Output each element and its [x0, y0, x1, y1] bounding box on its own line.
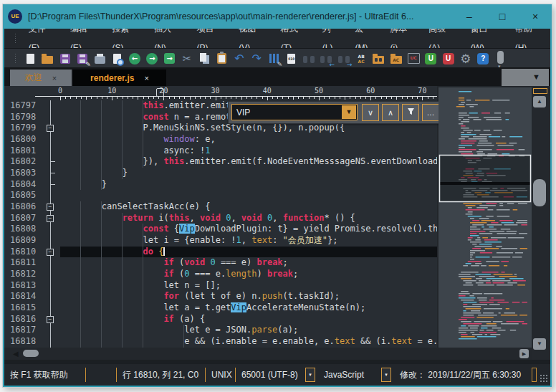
forward-icon[interactable]: →	[145, 51, 159, 67]
indent-guides	[60, 336, 184, 348]
goto-icon[interactable]: →	[163, 51, 176, 67]
fold-gutter	[44, 257, 60, 269]
code-line[interactable]: 16805	[4, 190, 437, 201]
fold-marker[interactable]: −	[47, 316, 54, 323]
code-line[interactable]: 16808const {VipDownloadPlugin: t} = yiel…	[4, 224, 437, 235]
text-caret	[163, 247, 165, 256]
paste-icon[interactable]	[215, 51, 229, 67]
vertical-scrollbar[interactable]: ▲ ▼	[532, 86, 550, 360]
line-number: 16805	[4, 190, 44, 201]
toolbar-grip[interactable]	[14, 53, 17, 64]
scrollbar-top-marker[interactable]	[533, 88, 547, 94]
find-prev-icon[interactable]: ←	[320, 51, 333, 67]
fold-marker[interactable]: −	[47, 125, 54, 132]
resize-grip[interactable]	[540, 374, 548, 383]
syntax-dropdown-button[interactable]: ▾	[381, 368, 391, 382]
maximize-button[interactable]: □	[486, 4, 519, 29]
minimize-button[interactable]: –	[453, 4, 486, 29]
help-icon[interactable]: ?	[476, 51, 490, 67]
code-line[interactable]: 16813let n = [];	[4, 280, 437, 292]
code-line[interactable]: 16803}	[4, 168, 437, 179]
code-line[interactable]: 16800window: e,	[4, 134, 437, 145]
code-line[interactable]: 16810−do {	[4, 247, 437, 258]
code-line[interactable]: 16809let i = {enable: !1, text: "会员加速"};	[4, 235, 437, 247]
open-file-icon[interactable]	[41, 51, 54, 67]
tab-close-icon[interactable]: ×	[144, 74, 148, 82]
line-number: 16812	[4, 269, 44, 280]
scroll-left-icon[interactable]: ◀	[13, 350, 19, 358]
code-line[interactable]: 16807−return i(this, void 0, void 0, fun…	[4, 213, 437, 224]
search-input[interactable]	[235, 105, 338, 120]
save-icon[interactable]	[58, 51, 72, 67]
scroll-right-button[interactable]: ▶	[519, 349, 529, 358]
line-number: 16815	[4, 302, 44, 314]
tab-renderer-js[interactable]: renderer.js ×	[73, 70, 166, 86]
ultracompare-icon[interactable]: U	[424, 51, 438, 67]
undo-icon[interactable]: ↶	[232, 51, 246, 67]
encoding-dropdown-button[interactable]: ▾	[305, 368, 315, 382]
print-preview-icon[interactable]	[110, 51, 124, 67]
scroll-down-button[interactable]: ▼	[533, 338, 546, 350]
fold-marker[interactable]: −	[47, 249, 54, 256]
tab-overflow-panel[interactable]: ▼	[502, 69, 549, 86]
ruler-label: 40	[263, 87, 272, 95]
code-line[interactable]: 16802}), this.emitter.emit(f.NodeEventMe…	[4, 156, 437, 168]
fold-marker[interactable]: −	[47, 204, 54, 211]
search-next-button[interactable]: ∨	[362, 104, 379, 121]
scroll-up-button[interactable]: ▲	[533, 96, 546, 107]
save-as-icon[interactable]: ✎	[75, 51, 89, 67]
code-line[interactable]: 16817let e = JSON.parse(a);	[4, 325, 437, 336]
search-dropdown-button[interactable]: ▼	[342, 105, 356, 119]
code-line[interactable]: 16814for (let t of e) n.push(t.taskId);	[4, 291, 437, 302]
code-line[interactable]: 16799−P.MenuSkinNS.setStyle(n, {}), n.po…	[4, 123, 437, 134]
close-button[interactable]: ×	[519, 4, 552, 29]
search-prev-button[interactable]: ∧	[382, 104, 399, 121]
compare-window-icon[interactable]: UC	[406, 51, 420, 67]
indent-guides	[60, 247, 143, 258]
find-icon[interactable]	[302, 51, 316, 67]
code-line[interactable]: 16811if (void 0 === e) break;	[4, 257, 437, 269]
code-line[interactable]: 16818e && (i.enable = e.enable, e.text &…	[4, 336, 437, 348]
code-line[interactable]: 16815let a = t.getVipAccelerateMenuState…	[4, 302, 437, 314]
status-sliver	[532, 368, 537, 382]
line-number: 16802	[4, 156, 44, 168]
tab-welcome[interactable]: 欢迎 ×	[10, 70, 72, 86]
print-icon[interactable]	[93, 51, 107, 67]
replace-icon[interactable]: ABAC	[354, 51, 368, 67]
settings-gear-icon[interactable]: ⚙	[459, 51, 472, 67]
ruler-label: 50	[315, 87, 323, 95]
copy-icon[interactable]	[198, 51, 211, 67]
new-file-icon[interactable]	[24, 51, 37, 67]
code-line[interactable]: 16806−canSelectTaskAcc(e) {	[4, 201, 437, 213]
fold-gutter	[44, 112, 60, 123]
toolbar-overflow-scrollbar[interactable]	[497, 51, 504, 64]
menubar-grip[interactable]	[14, 33, 17, 44]
find-in-files-icon[interactable]	[372, 51, 385, 67]
status-syntax: JavaScript	[318, 368, 381, 382]
fold-marker[interactable]: −	[47, 215, 54, 222]
code-line[interactable]: 16804}	[4, 179, 437, 191]
search-more-button[interactable]: …	[422, 104, 439, 121]
code-line[interactable]: 16801async: !1	[4, 145, 437, 157]
column-mode-icon[interactable]: ✎	[267, 51, 281, 67]
vertical-scroll-thumb[interactable]	[533, 179, 546, 206]
code-line[interactable]: 16816−if (a) {	[4, 314, 437, 325]
horizontal-scrollbar[interactable]: ◀ ▶	[4, 348, 532, 360]
ruler-label: 60	[366, 87, 375, 95]
tab-close-icon[interactable]: ×	[52, 74, 57, 82]
redo-icon[interactable]: ↷	[250, 51, 264, 67]
uestudio-icon[interactable]: U	[441, 51, 455, 67]
find-next-icon[interactable]: →	[337, 51, 350, 67]
cut-icon[interactable]: ✂	[180, 51, 193, 67]
back-icon[interactable]: ←	[128, 51, 141, 67]
line-number: 16803	[4, 168, 44, 179]
search-filter-button[interactable]	[402, 104, 419, 121]
code-line[interactable]: 16812if (0 === e.length) break;	[4, 269, 437, 280]
replace-in-files-icon[interactable]: AC	[389, 51, 403, 67]
horizontal-scroll-thumb[interactable]	[23, 350, 39, 357]
main-toolbar: ✎←→→✂↶↷✎010←→ABACACUCUU⚙?	[4, 48, 550, 68]
tab-welcome-label: 欢迎	[25, 72, 42, 84]
hex-edit-icon[interactable]: 010	[284, 51, 298, 67]
minimap[interactable]	[438, 87, 532, 348]
code-editor[interactable]: 010203040506070 16797this.emitter.emit(1…	[4, 86, 437, 348]
